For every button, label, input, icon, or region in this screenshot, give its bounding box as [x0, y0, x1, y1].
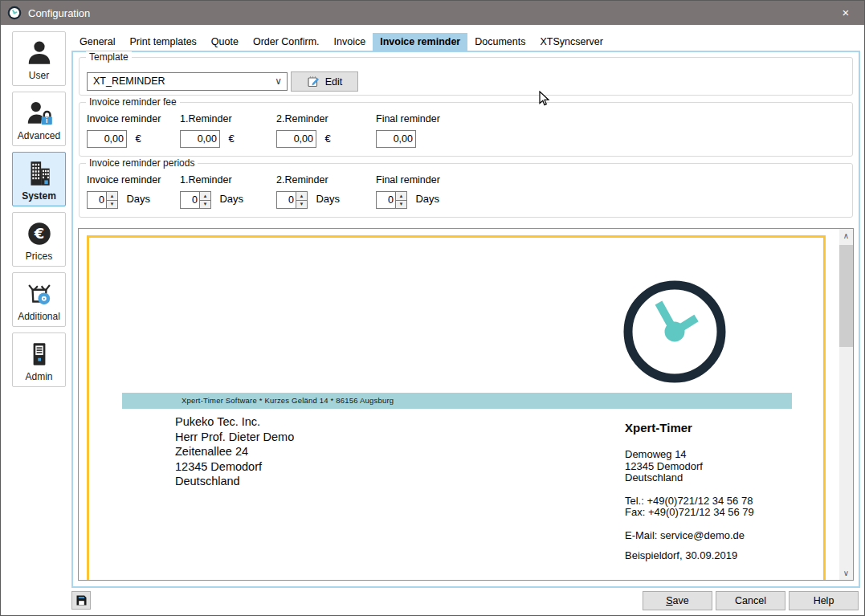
tab-strip: General Print templates Quote Order Conf…	[72, 33, 610, 51]
tab-xtsyncserver[interactable]: XTSyncserver	[532, 33, 610, 51]
sidebar-item-label: Additional	[13, 311, 65, 322]
computer-tower-icon	[24, 339, 55, 369]
fee-second-reminder-input[interactable]	[276, 130, 316, 148]
clock-app-icon	[7, 6, 22, 20]
tab-general[interactable]: General	[72, 33, 122, 51]
company-address-line: 12345 Demodorf	[625, 461, 826, 473]
scroll-down-icon[interactable]: ∨	[839, 566, 853, 580]
recipient-line: Deutschland	[175, 474, 294, 489]
spin-up-icon[interactable]: ▲	[296, 191, 308, 201]
fee-group-title: Invoice reminder fee	[86, 96, 180, 108]
sidebar-item-user[interactable]: User	[12, 31, 66, 86]
template-group-title: Template	[86, 51, 132, 63]
spin-down-icon[interactable]: ▼	[106, 201, 118, 210]
company-fax: Fax: +49(0)721/12 34 56 79	[625, 507, 826, 519]
building-icon	[24, 158, 55, 189]
spin-up-icon[interactable]: ▲	[106, 191, 118, 201]
fee-invoice-reminder-input[interactable]	[87, 130, 127, 148]
place-date-line: Beispieldorf, 30.09.2019	[625, 550, 826, 562]
fee-field-label: Final reminder	[376, 113, 440, 124]
company-info-block: Xpert-Timer Demoweg 14 12345 Demodorf De…	[625, 421, 826, 562]
tab-invoice[interactable]: Invoice	[327, 33, 373, 51]
fee-field: Final reminder	[376, 113, 440, 148]
sidebar-item-label: User	[13, 70, 65, 81]
days-label: Days	[126, 193, 150, 205]
invoice-reminder-fee-group: Invoice reminder fee Invoice reminder € …	[79, 102, 853, 157]
window-title: Configuration	[28, 7, 90, 19]
fee-field: Invoice reminder €	[87, 113, 161, 148]
spin-down-icon[interactable]: ▼	[296, 201, 308, 210]
close-icon[interactable]: ×	[827, 1, 864, 25]
days-label: Days	[415, 193, 439, 205]
tab-print-templates[interactable]: Print templates	[122, 33, 203, 51]
clock-logo	[618, 275, 731, 388]
cancel-button-label: Cancel	[735, 595, 766, 606]
template-preview-pane[interactable]: Xpert-Timer Software * Kurzes Geländ 14 …	[78, 228, 854, 581]
fee-field-label: Invoice reminder	[87, 113, 161, 124]
sidebar-item-advanced[interactable]: i Advanced	[12, 92, 66, 146]
sidebar-item-prices[interactable]: € Prices	[12, 212, 66, 267]
period-invoice-reminder-input[interactable]	[87, 191, 106, 209]
template-dropdown[interactable]: XT_REMINDER ∨	[87, 72, 288, 91]
period-field: 2.Reminder ▲ ▼ Days	[276, 174, 340, 209]
floppy-disk-icon	[75, 594, 88, 606]
sidebar-item-admin[interactable]: Admin	[12, 332, 66, 387]
spin-up-icon[interactable]: ▲	[395, 191, 407, 201]
period-field: Invoice reminder ▲ ▼ Days	[87, 174, 161, 209]
period-field-label: 1.Reminder	[180, 174, 243, 186]
edit-button-label: Edit	[325, 76, 343, 88]
template-dropdown-value: XT_REMINDER	[93, 75, 165, 87]
quick-save-button[interactable]	[71, 591, 91, 610]
days-label: Days	[219, 193, 243, 205]
company-email: E-Mail: service@demo.de	[625, 530, 826, 542]
period-first-reminder-input[interactable]	[180, 191, 199, 209]
period-final-reminder-input[interactable]	[376, 191, 395, 209]
help-button[interactable]: Help	[789, 591, 859, 610]
invoice-reminder-periods-group: Invoice reminder periods Invoice reminde…	[79, 163, 853, 218]
tab-documents[interactable]: Documents	[467, 33, 532, 51]
scroll-up-icon[interactable]: ∧	[839, 229, 853, 243]
sidebar-item-label: Prices	[13, 251, 65, 262]
spin-down-icon[interactable]: ▼	[395, 201, 407, 210]
sidebar-item-additional[interactable]: Additional	[12, 272, 66, 327]
fee-field-label: 1.Reminder	[180, 113, 235, 124]
save-button[interactable]: Save	[643, 591, 712, 610]
preview-scrollbar[interactable]: ∧ ∨	[839, 229, 853, 580]
fee-field-label: 2.Reminder	[276, 113, 331, 124]
currency-label: €	[324, 133, 330, 145]
fee-field: 2.Reminder €	[276, 113, 331, 148]
euro-coin-icon: €	[24, 218, 55, 249]
tab-quote[interactable]: Quote	[204, 33, 246, 51]
tab-order-confirm[interactable]: Order Confirm.	[246, 33, 327, 51]
recipient-line: Herr Prof. Dieter Demo	[175, 430, 294, 445]
title-bar[interactable]: Configuration ×	[1, 1, 864, 25]
spin-down-icon[interactable]: ▼	[199, 201, 211, 210]
fee-final-reminder-input[interactable]	[376, 130, 416, 148]
user-lock-icon: i	[24, 98, 55, 129]
recipient-address-block: Pukeko Tec. Inc. Herr Prof. Dieter Demo …	[175, 414, 294, 489]
recipient-line: Pukeko Tec. Inc.	[175, 414, 294, 430]
tab-invoice-reminder[interactable]: Invoice reminder	[373, 33, 467, 51]
mouse-cursor	[539, 91, 550, 108]
period-field: Final reminder ▲ ▼ Days	[376, 174, 440, 209]
period-second-reminder-input[interactable]	[276, 191, 296, 209]
recipient-line: 12345 Demodorf	[175, 459, 294, 475]
sidebar-item-system[interactable]: System	[12, 152, 66, 206]
user-icon	[24, 38, 55, 68]
edit-template-button[interactable]: Edit	[291, 71, 358, 92]
scrollbar-thumb[interactable]	[839, 245, 853, 347]
fee-first-reminder-input[interactable]	[180, 130, 220, 148]
svg-text:i: i	[46, 116, 47, 124]
company-address-line: Demoweg 14	[625, 449, 826, 461]
cancel-button[interactable]: Cancel	[716, 591, 785, 610]
fee-field: 1.Reminder €	[180, 113, 235, 148]
spin-up-icon[interactable]: ▲	[199, 191, 211, 201]
sidebar-item-label: Advanced	[13, 130, 65, 141]
period-field: 1.Reminder ▲ ▼ Days	[180, 174, 243, 209]
company-name: Xpert-Timer	[625, 421, 826, 434]
periods-group-title: Invoice reminder periods	[86, 157, 198, 169]
currency-label: €	[135, 133, 141, 145]
recipient-line: Zeitenallee 24	[175, 444, 294, 459]
sender-address-band: Xpert-Timer Software * Kurzes Geländ 14 …	[122, 393, 792, 409]
sidebar-item-label: System	[13, 190, 65, 202]
